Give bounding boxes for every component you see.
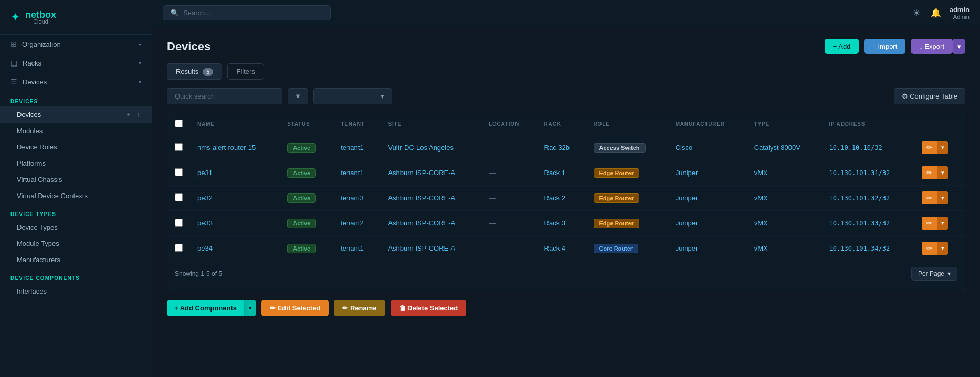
sidebar-item-virtual-device-contexts[interactable]: Virtual Device Contexts: [0, 188, 152, 204]
tenant-cell[interactable]: tenant1: [333, 135, 381, 160]
site-cell[interactable]: Ashburn ISP-CORE-A: [381, 236, 481, 261]
device-name-cell[interactable]: pe32: [190, 186, 280, 211]
per-page-label: Per Page: [918, 270, 944, 277]
sidebar-item-virtual-chassis[interactable]: Virtual Chassis: [0, 171, 152, 188]
site-cell[interactable]: Vultr-DC-Los Angeles: [381, 135, 481, 160]
row-edit-button[interactable]: ✏: [922, 141, 937, 154]
manufacturer-cell[interactable]: Juniper: [668, 211, 747, 236]
row-edit-dropdown-button[interactable]: ▾: [937, 191, 948, 204]
row-checkbox[interactable]: [175, 219, 183, 227]
tenant-cell[interactable]: tenant1: [333, 160, 381, 186]
type-cell[interactable]: vMX: [747, 160, 822, 186]
col-actions: [914, 113, 965, 135]
manufacturer-cell[interactable]: Juniper: [668, 160, 747, 186]
type-cell[interactable]: Catalyst 8000V: [747, 135, 822, 160]
devices-add-button[interactable]: +: [125, 111, 132, 119]
global-search-box[interactable]: 🔍: [163, 5, 331, 20]
row-edit-button[interactable]: ✏: [922, 217, 937, 230]
row-checkbox[interactable]: [175, 244, 183, 252]
row-checkbox[interactable]: [175, 168, 183, 176]
location-cell: —: [481, 236, 537, 261]
theme-toggle-button[interactable]: ☀: [911, 6, 922, 20]
rack-cell[interactable]: Rack 2: [537, 186, 586, 211]
device-name-cell[interactable]: pe33: [190, 211, 280, 236]
manufacturer-cell[interactable]: Cisco: [668, 135, 747, 160]
section-device-types-header: DEVICE TYPES: [0, 204, 152, 219]
rack-cell[interactable]: Rack 4: [537, 236, 586, 261]
filters-tab[interactable]: Filters: [227, 63, 264, 80]
row-edit-dropdown-button[interactable]: ▾: [937, 242, 948, 255]
manufacturer-cell[interactable]: Juniper: [668, 236, 747, 261]
row-edit-dropdown-button[interactable]: ▾: [937, 166, 948, 179]
results-tab[interactable]: Results 5: [167, 63, 222, 80]
device-name-cell[interactable]: pe34: [190, 236, 280, 261]
site-cell[interactable]: Ashburn ISP-CORE-A: [381, 160, 481, 186]
tenant-cell[interactable]: tenant1: [333, 236, 381, 261]
sidebar-item-devices-nav[interactable]: ☰ Devices ▾: [0, 72, 152, 91]
type-cell[interactable]: vMX: [747, 186, 822, 211]
page-title: Devices: [167, 40, 210, 53]
delete-selected-button[interactable]: 🗑 Delete Selected: [391, 300, 467, 316]
export-dropdown-button[interactable]: ▾: [953, 39, 965, 54]
col-location: LOCATION: [481, 113, 537, 135]
role-badge: Core Router: [594, 244, 639, 253]
site-cell[interactable]: Ashburn ISP-CORE-A: [381, 211, 481, 236]
edit-selected-button[interactable]: ✏ Edit Selected: [261, 300, 329, 316]
username: admin: [950, 6, 970, 14]
filter-funnel-button[interactable]: ▼: [288, 88, 308, 104]
type-cell[interactable]: vMX: [747, 211, 822, 236]
sidebar-item-modules[interactable]: Modules: [0, 123, 152, 139]
sidebar-item-manufacturers[interactable]: Manufacturers: [0, 252, 152, 268]
row-edit-button[interactable]: ✏: [922, 191, 937, 204]
select-all-checkbox[interactable]: [175, 120, 183, 127]
rack-cell[interactable]: Rack 3: [537, 211, 586, 236]
notifications-button[interactable]: 🔔: [929, 6, 943, 20]
sidebar-item-devices[interactable]: Devices + ↑: [0, 106, 152, 123]
sidebar-item-module-types[interactable]: Module Types: [0, 235, 152, 252]
sidebar-item-device-types[interactable]: Device Types: [0, 219, 152, 235]
configure-table-button[interactable]: ⚙ Configure Table: [894, 88, 965, 104]
row-actions: ✏ ▾: [922, 166, 957, 179]
row-edit-dropdown-button[interactable]: ▾: [937, 141, 948, 154]
row-checkbox[interactable]: [175, 193, 183, 201]
import-button[interactable]: ↑ Import: [864, 39, 905, 54]
sidebar-item-racks[interactable]: ▤ Racks ▾: [0, 53, 152, 72]
site-cell[interactable]: Ashburn ISP-CORE-A: [381, 186, 481, 211]
add-button[interactable]: + Add: [825, 39, 859, 54]
export-group: ↓ Export ▾: [911, 39, 965, 54]
row-edit-button[interactable]: ✏: [922, 242, 937, 255]
devices-upload-button[interactable]: ↑: [136, 111, 142, 119]
col-tenant: TENANT: [333, 113, 381, 135]
devices-table: NAME STATUS TENANT SITE LOCATION RACK RO…: [167, 113, 965, 261]
tenant-cell[interactable]: tenant3: [333, 186, 381, 211]
filter-dropdown[interactable]: ▾: [313, 88, 392, 104]
sidebar-item-platforms[interactable]: Platforms: [0, 155, 152, 171]
manufacturer-cell[interactable]: Juniper: [668, 186, 747, 211]
ip-address-cell: 10.130.101.32/32: [822, 186, 915, 211]
add-components-button[interactable]: + Add Components: [167, 300, 244, 316]
tenant-cell[interactable]: tenant2: [333, 211, 381, 236]
quick-search-input[interactable]: [167, 88, 282, 104]
global-search-input[interactable]: [183, 9, 323, 17]
sidebar-item-device-roles[interactable]: Device Roles: [0, 139, 152, 155]
row-edit-button[interactable]: ✏: [922, 166, 937, 179]
rack-cell[interactable]: Rac 32b: [537, 135, 586, 160]
racks-label: Racks: [23, 59, 41, 67]
rack-cell[interactable]: Rack 1: [537, 160, 586, 186]
row-edit-dropdown-button[interactable]: ▾: [937, 217, 948, 230]
row-checkbox[interactable]: [175, 143, 183, 151]
device-name-cell[interactable]: pe31: [190, 160, 280, 186]
racks-icon: ▤: [10, 59, 17, 67]
export-button[interactable]: ↓ Export: [911, 39, 953, 54]
type-cell[interactable]: vMX: [747, 236, 822, 261]
per-page-button[interactable]: Per Page ▾: [911, 267, 957, 281]
sidebar-item-organization[interactable]: ⊞ Organization ▾: [0, 35, 152, 53]
sidebar-item-interfaces[interactable]: Interfaces: [0, 283, 152, 299]
filter-dropdown-chevron-icon: ▾: [381, 92, 384, 100]
section-device-components-header: DEVICE COMPONENTS: [0, 268, 152, 283]
add-components-dropdown-button[interactable]: ▾: [244, 300, 256, 316]
rename-button[interactable]: ✏ Rename: [334, 300, 385, 316]
status-badge: Active: [287, 244, 316, 253]
location-cell: —: [481, 135, 537, 160]
device-name-cell[interactable]: nms-alert-router-15: [190, 135, 280, 160]
